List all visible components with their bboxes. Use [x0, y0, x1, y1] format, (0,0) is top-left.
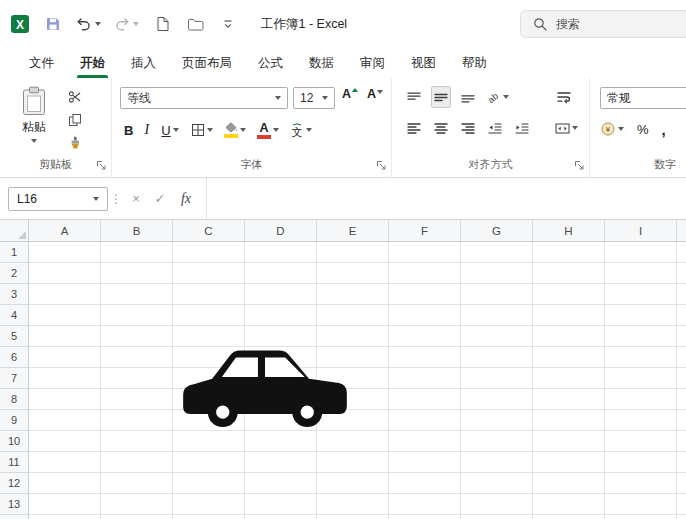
chevron-down-icon[interactable] [275, 96, 281, 100]
excel-logo-icon[interactable]: X [10, 14, 30, 34]
formula-input[interactable] [207, 192, 686, 206]
tab-data[interactable]: 数据 [296, 48, 347, 78]
tab-formulas[interactable]: 公式 [245, 48, 296, 78]
accounting-format-button[interactable]: ¥ [600, 118, 624, 140]
row-header[interactable]: 11 [0, 452, 28, 473]
font-size-combo[interactable]: 12 [293, 87, 335, 109]
comma-style-button[interactable]: , [662, 121, 666, 138]
tab-page-layout[interactable]: 页面布局 [169, 48, 245, 78]
undo-button[interactable] [76, 16, 101, 32]
row-header[interactable]: 13 [0, 494, 28, 515]
chevron-down-icon[interactable] [322, 96, 328, 100]
clipboard-dialog-launcher-icon[interactable] [96, 160, 107, 171]
select-all-corner[interactable] [0, 220, 29, 241]
font-name-combo[interactable]: 等线 [120, 87, 288, 109]
merge-center-button[interactable] [555, 117, 578, 139]
format-painter-icon[interactable] [68, 136, 82, 150]
column-header[interactable]: F [389, 220, 461, 241]
search-input[interactable] [556, 17, 676, 31]
chevron-down-icon[interactable] [618, 127, 624, 131]
formula-input-area[interactable] [206, 178, 686, 219]
row-header[interactable]: 12 [0, 473, 28, 494]
chevron-down-icon[interactable] [306, 128, 312, 132]
decrease-indent-icon[interactable] [485, 117, 505, 139]
chevron-down-icon[interactable] [572, 126, 578, 130]
new-document-icon[interactable] [152, 14, 172, 34]
insert-function-button[interactable]: fx [172, 191, 200, 207]
search-box[interactable] [520, 10, 686, 38]
column-header[interactable]: C [173, 220, 245, 241]
font-dialog-launcher-icon[interactable] [376, 160, 387, 171]
column-header[interactable]: A [29, 220, 101, 241]
align-bottom-icon[interactable] [458, 86, 478, 108]
copy-icon[interactable] [68, 113, 82, 127]
orientation-button[interactable]: ab [485, 86, 509, 108]
chevron-down-icon[interactable] [31, 139, 37, 143]
paste-button[interactable]: 粘贴 [10, 86, 58, 143]
name-box[interactable]: L16 [8, 187, 108, 211]
row-header[interactable]: 10 [0, 431, 28, 452]
align-right-icon[interactable] [458, 117, 478, 139]
chevron-down-icon[interactable] [503, 95, 509, 99]
borders-button[interactable] [191, 119, 213, 141]
alignment-group-label: 对齐方式 [392, 157, 589, 172]
italic-button[interactable]: I [144, 122, 149, 138]
percent-style-button[interactable]: % [637, 122, 649, 137]
align-center-icon[interactable] [431, 117, 451, 139]
row-header[interactable]: 6 [0, 347, 28, 368]
bold-button[interactable]: B [124, 123, 133, 138]
column-header[interactable]: I [605, 220, 677, 241]
name-box-resize-handle[interactable]: ⋮ [108, 192, 124, 206]
tab-review[interactable]: 审阅 [347, 48, 398, 78]
phonetic-guide-button[interactable]: 文 [290, 119, 312, 141]
tab-insert[interactable]: 插入 [118, 48, 169, 78]
column-headers: A B C D E F G H I [0, 220, 686, 242]
name-box-value: L16 [17, 192, 87, 206]
cell-grid[interactable] [29, 242, 686, 519]
chevron-down-icon[interactable] [207, 128, 213, 132]
chevron-down-icon[interactable] [173, 128, 179, 132]
align-top-icon[interactable] [404, 86, 424, 108]
row-header[interactable]: 3 [0, 284, 28, 305]
decrease-font-size-button[interactable]: A [365, 87, 385, 109]
row-header[interactable]: 1 [0, 242, 28, 263]
increase-font-size-button[interactable]: A [340, 87, 360, 109]
open-folder-icon[interactable] [185, 14, 205, 34]
caret-down-icon [377, 90, 383, 94]
tab-view[interactable]: 视图 [398, 48, 449, 78]
formula-bar: L16 ⋮ × ✓ fx [0, 178, 686, 220]
alignment-dialog-launcher-icon[interactable] [574, 160, 585, 171]
tab-file[interactable]: 文件 [16, 48, 67, 78]
cancel-button[interactable]: × [124, 191, 148, 206]
underline-button[interactable]: U [160, 119, 180, 141]
align-middle-icon[interactable] [431, 86, 451, 108]
row-header[interactable]: 4 [0, 305, 28, 326]
column-header[interactable]: E [317, 220, 389, 241]
number-format-combo[interactable]: 常规 [600, 87, 686, 109]
car-clipart-image[interactable] [177, 338, 353, 430]
row-header[interactable]: 2 [0, 263, 28, 284]
chevron-down-icon[interactable] [95, 22, 101, 26]
enter-button[interactable]: ✓ [148, 191, 172, 206]
row-header[interactable]: 7 [0, 368, 28, 389]
tab-help[interactable]: 帮助 [449, 48, 500, 78]
chevron-down-icon[interactable] [273, 128, 279, 132]
save-icon[interactable] [43, 14, 63, 34]
tab-home[interactable]: 开始 [67, 48, 118, 78]
column-header[interactable]: D [245, 220, 317, 241]
row-header[interactable]: 9 [0, 410, 28, 431]
chevron-down-icon[interactable] [240, 128, 246, 132]
row-header[interactable]: 8 [0, 389, 28, 410]
column-header[interactable]: B [101, 220, 173, 241]
font-color-button[interactable]: A [257, 119, 279, 141]
chevron-down-icon[interactable] [93, 197, 99, 201]
increase-indent-icon[interactable] [512, 117, 532, 139]
column-header[interactable]: H [533, 220, 605, 241]
fill-color-button[interactable] [224, 119, 246, 141]
row-header[interactable]: 5 [0, 326, 28, 347]
wrap-text-icon[interactable] [554, 86, 574, 108]
customize-toolbar-icon[interactable] [218, 14, 238, 34]
cut-icon[interactable] [68, 90, 82, 104]
align-left-icon[interactable] [404, 117, 424, 139]
column-header[interactable]: G [461, 220, 533, 241]
